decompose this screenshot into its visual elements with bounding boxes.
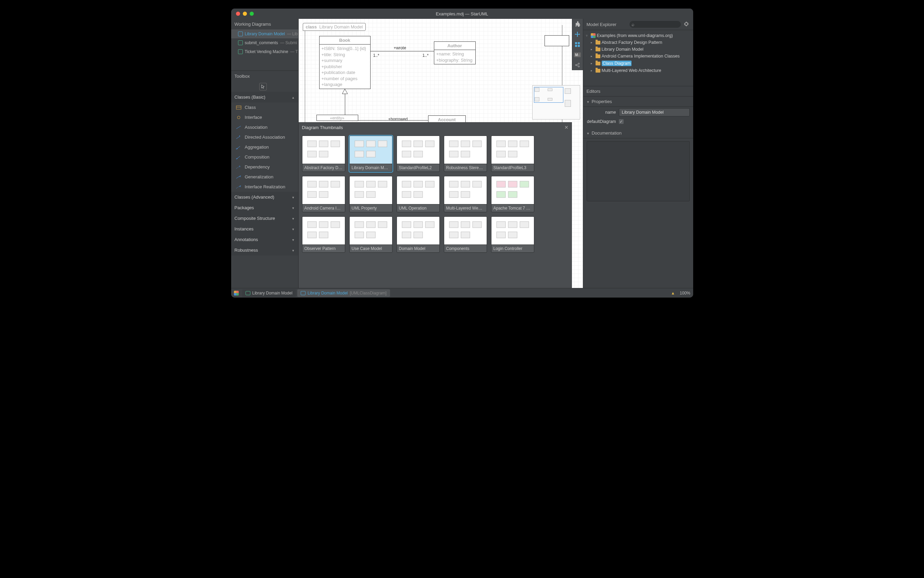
svg-rect-80 [414,222,422,228]
uml-class-partial[interactable] [544,35,569,46]
thumbnail-preview [302,176,345,205]
tree-root[interactable]: ▿ Examples (from www.uml-diagrams.org) [585,32,692,39]
grid-icon[interactable] [572,39,583,50]
svg-line-9 [236,186,239,188]
section-label: Properties [591,99,612,104]
generalization-line[interactable] [345,94,345,115]
minimap[interactable] [532,85,580,120]
thumbnail-item[interactable]: Robustness Stereotype [444,136,487,172]
project-icon [234,291,239,295]
move-tool-icon[interactable] [572,29,583,39]
tool-directed-association[interactable]: Directed Association [231,132,298,142]
breadcrumb-tab-active[interactable]: Library Domain Model [UMLClassDiagram] [297,289,390,297]
zoom-level[interactable]: 100% [680,291,690,295]
tool-dependency[interactable]: Dependency [231,162,298,172]
svg-rect-91 [520,222,529,228]
assoc-book-author[interactable] [370,51,434,51]
assoc-entity-account[interactable] [358,120,428,120]
thumbnail-label: Components [444,245,487,252]
toolbox-section-robustness[interactable]: Robustness [231,245,298,255]
thumbnail-item[interactable]: StandardProfileL2 [396,136,440,172]
thumbnail-item[interactable]: Multi-Layered Web Arch [444,176,487,212]
tree-item[interactable]: ▸ Library Domain Model [585,46,692,53]
thumbnail-item[interactable]: UML Property [349,176,393,212]
thumbnail-label: Abstract Factory Design [302,164,345,172]
working-diagrams-title: Working Diagrams [231,19,298,29]
uml-class-book[interactable]: Book +ISBN: String[0..1] {id} +title: St… [319,36,370,89]
toolbox-section-composite[interactable]: Composite Structure [231,213,298,224]
properties-section-header[interactable]: Properties [583,97,693,107]
thumbnail-item[interactable]: UML Operation [396,176,440,212]
thumbnail-item[interactable]: Apache Tomcat 7 Serve [491,176,534,212]
toolbox-section-classes-basic[interactable]: Classes (Basic) [231,92,298,102]
svg-rect-45 [319,181,328,187]
thumbnail-item[interactable]: Observer Pattern [302,216,345,253]
svg-rect-32 [402,151,411,157]
property-name-input[interactable]: Library Domain Model [619,108,690,117]
svg-rect-36 [473,141,482,147]
uml-class-entity[interactable]: «entity» [317,115,358,121]
tool-class[interactable]: Class [231,102,298,112]
svg-rect-35 [461,141,470,147]
svg-line-18 [577,65,578,66]
thumbnail-item[interactable]: Abstract Factory Design [302,136,345,172]
breadcrumb-tab[interactable]: Library Domain Model [242,289,296,297]
tool-interface[interactable]: Interface [231,112,298,122]
model-explorer-title: Model Explorer [587,22,627,27]
documentation-section-header[interactable]: Documentation [583,128,693,138]
thumbnail-item[interactable]: Library Domain Model [349,136,393,172]
tool-association[interactable]: Association [231,122,298,132]
thumbnail-label: Library Domain Model [350,164,392,172]
svg-rect-41 [520,141,529,147]
toolbox-section-packages[interactable]: Packages [231,202,298,213]
tree-label: Abstract Factory Design Pattern [602,40,663,45]
working-diagram-item-library[interactable]: Library Domain Model — Lib [231,29,298,38]
tree-item-selected[interactable]: ▸ Class Diagram [585,60,692,67]
package-icon [596,48,600,51]
default-diagram-checkbox[interactable]: ✓ [619,119,624,124]
warning-icon[interactable]: ▲ [671,291,675,295]
svg-rect-38 [461,151,470,157]
thumbnail-item[interactable]: Login Controller [491,216,534,253]
svg-rect-71 [331,222,340,228]
thumbnail-item[interactable]: StandardProfileL3 [491,136,534,172]
tree-item[interactable]: ▸ Android Camera Implementation Classes [585,53,692,60]
center-panel: class Library Domain Model Book +ISBN: S… [299,19,583,288]
minimize-window-button[interactable] [243,11,247,16]
explorer-settings-button[interactable] [684,21,690,28]
svg-rect-90 [508,222,517,228]
working-diagram-item-ticket[interactable]: Ticket Vending Machine — T [231,47,298,56]
svg-line-17 [577,64,578,65]
tree-item[interactable]: ▸ Multi-Layered Web Architecture [585,67,692,74]
extension-icon[interactable] [572,19,583,29]
toolbox-section-classes-advanced[interactable]: Classes (Advanced) [231,192,298,202]
minimap-viewport[interactable] [534,87,563,103]
explorer-search-input[interactable] [630,21,681,28]
thumbnail-item[interactable]: Android Camera Imple [302,176,345,212]
tool-aggregation[interactable]: Aggregation [231,142,298,152]
share-icon[interactable] [572,60,583,70]
close-window-button[interactable] [236,11,240,16]
svg-line-6 [237,156,240,159]
thumbnail-item[interactable]: Components [444,216,487,253]
thumbnail-item[interactable]: Use Case Model [349,216,393,253]
uml-class-author[interactable]: Author +name: String +biography: String [434,41,476,64]
svg-rect-55 [414,181,422,187]
selection-tool-button[interactable] [259,83,267,90]
tool-interface-realization[interactable]: Interface Realization [231,182,298,192]
close-thumbnails-button[interactable]: ✕ [564,125,568,130]
tool-generalization[interactable]: Generalization [231,172,298,182]
toolbox-section-instances[interactable]: Instances [231,224,298,234]
titlebar: Examples.mdj — StarUML [231,8,693,19]
svg-rect-88 [461,232,470,238]
thumbnail-item[interactable]: Domain Model [396,216,440,253]
tree-item[interactable]: ▸ Abstract Factory Design Pattern [585,39,692,46]
tool-composition[interactable]: Composition [231,152,298,162]
tool-label: Dependency [245,164,270,169]
toolbox-section-annotations[interactable]: Annotations [231,234,298,245]
thumbnail-preview [350,136,392,164]
working-diagram-item-submit[interactable]: submit_comments — Submi [231,38,298,47]
markdown-icon[interactable]: M↓ [574,52,581,57]
documentation-textarea[interactable] [587,141,690,201]
maximize-window-button[interactable] [250,11,254,16]
